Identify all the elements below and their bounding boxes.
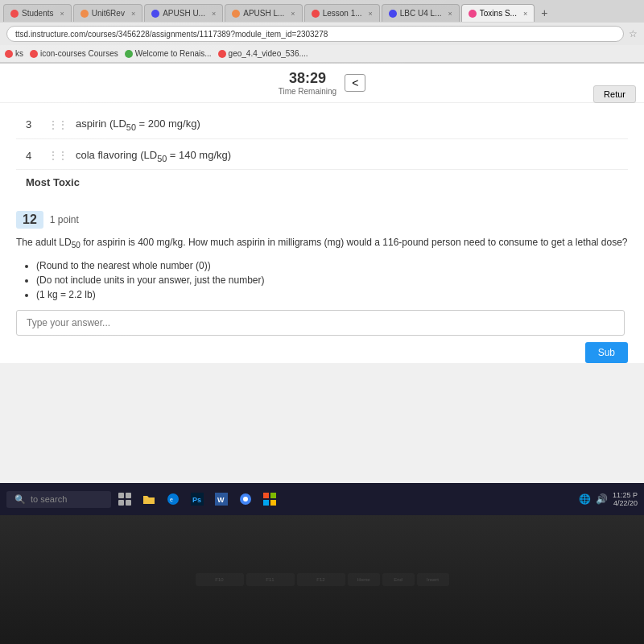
svg-text:e: e xyxy=(170,497,173,502)
taskbar-browser-button[interactable]: e xyxy=(163,489,184,510)
tab-close-apush-u[interactable]: × xyxy=(212,10,216,18)
key-f10: F10 xyxy=(196,573,244,586)
page-content: 38:29 Time Remaining < Retur 3 ⋮⋮ aspiri… xyxy=(0,64,644,363)
taskbar-word-button[interactable]: W xyxy=(211,489,232,510)
taskbar-chrome-button[interactable] xyxy=(235,489,256,510)
tab-icon-lesson xyxy=(312,10,320,18)
timer-time: 38:29 xyxy=(279,70,336,87)
bookmark-icon-courses[interactable]: icon-courses Courses xyxy=(30,49,118,58)
tray-clock: 11:25 P 4/22/20 xyxy=(613,491,638,507)
svg-rect-13 xyxy=(270,493,276,498)
tab-close-lbc[interactable]: × xyxy=(448,10,452,18)
bookmark-icon-geo xyxy=(218,50,226,58)
tab-icon-unit6rev xyxy=(80,10,89,18)
search-icon: 🔍 xyxy=(14,494,26,505)
tab-apush-l[interactable]: APUSH L... × xyxy=(225,4,302,22)
tab-bar: Students × Unit6Rev × APUSH U... × APUSH… xyxy=(0,0,644,23)
tab-icon-students xyxy=(10,10,19,18)
taskbar-store-button[interactable] xyxy=(259,489,280,510)
tab-icon-lbc xyxy=(389,10,397,18)
svg-rect-15 xyxy=(270,500,276,506)
svg-rect-2 xyxy=(118,500,124,506)
key-home: Home xyxy=(348,573,380,586)
tab-unit6rev[interactable]: Unit6Rev × xyxy=(73,4,142,22)
tab-close-students[interactable]: × xyxy=(60,10,64,18)
tab-lesson[interactable]: Lesson 1... × xyxy=(304,4,380,22)
bookmark-icon-ks xyxy=(5,50,13,58)
timer-bar: 38:29 Time Remaining < Retur xyxy=(0,64,644,103)
keyboard-keys: F10 F11 F12 Home End Insert xyxy=(196,573,449,586)
key-f12: F12 xyxy=(297,573,345,586)
svg-text:W: W xyxy=(217,496,225,504)
return-button[interactable]: Retur xyxy=(593,85,636,103)
tab-students[interactable]: Students × xyxy=(3,4,72,22)
key-end: End xyxy=(382,573,415,586)
taskbar: 🔍 to search e Ps W xyxy=(0,483,644,515)
submit-button[interactable]: Sub xyxy=(585,342,628,363)
bookmark-geo[interactable]: geo_4.4_video_536.... xyxy=(218,49,308,58)
tab-lbc[interactable]: LBC U4 L... × xyxy=(382,4,460,22)
laptop-body: F10 F11 F12 Home End Insert xyxy=(0,515,644,644)
bullet-item-1: (Round to the nearest whole number (0)) xyxy=(36,260,628,271)
new-tab-button[interactable]: + xyxy=(536,4,552,22)
question-text: The adult LD50 for aspirin is 400 mg/kg.… xyxy=(16,235,628,251)
svg-text:Ps: Ps xyxy=(192,496,201,504)
bookmark-ks[interactable]: ks xyxy=(5,49,23,58)
system-tray: 🌐 🔊 11:25 P 4/22/20 xyxy=(579,491,638,507)
taskbar-search-area[interactable]: 🔍 to search xyxy=(6,491,111,508)
item-number-3: 3 xyxy=(26,118,39,130)
svg-rect-0 xyxy=(118,493,124,498)
bookmark-icon-courses-icon xyxy=(30,50,38,58)
key-row-1: F10 F11 F12 Home End Insert xyxy=(196,573,449,586)
item-text-4: cola flavoring (LD50 = 140 mg/kg) xyxy=(76,149,231,163)
bullet-item-3: (1 kg = 2.2 lb) xyxy=(36,289,628,300)
key-f11: F11 xyxy=(246,573,295,586)
svg-point-11 xyxy=(243,497,248,502)
keyboard-area: F10 F11 F12 Home End Insert xyxy=(0,515,644,644)
laptop-screen: Students × Unit6Rev × APUSH U... × APUSH… xyxy=(0,0,644,515)
address-bar-row: ttsd.instructure.com/courses/3456228/ass… xyxy=(0,23,644,45)
item-text-3: aspirin (LD50 = 200 mg/kg) xyxy=(76,118,200,132)
taskbar-taskview-button[interactable] xyxy=(114,489,135,510)
bookmark-star-icon[interactable]: ☆ xyxy=(629,28,638,39)
taskbar-file-explorer-button[interactable] xyxy=(138,489,159,510)
svg-rect-14 xyxy=(263,500,269,506)
question-number: 12 xyxy=(16,211,43,229)
drag-handle-4[interactable]: ⋮⋮ xyxy=(48,150,68,161)
svg-rect-3 xyxy=(126,500,131,506)
question-points: 1 point xyxy=(50,214,79,225)
tab-close-toxins[interactable]: × xyxy=(523,10,527,18)
item-number-4: 4 xyxy=(26,150,39,162)
taskbar-ps-button[interactable]: Ps xyxy=(187,489,208,510)
key-insert: Insert xyxy=(417,573,449,586)
volume-icon: 🔊 xyxy=(596,493,608,505)
address-bar[interactable]: ttsd.instructure.com/courses/3456228/ass… xyxy=(6,26,624,42)
timer-display: 38:29 Time Remaining xyxy=(279,70,336,96)
browser-chrome: Students × Unit6Rev × APUSH U... × APUSH… xyxy=(0,0,644,64)
tab-icon-apush-u xyxy=(151,10,159,18)
drag-item-4[interactable]: 4 ⋮⋮ cola flavoring (LD50 = 140 mg/kg) xyxy=(16,142,628,171)
svg-rect-1 xyxy=(126,493,131,498)
bookmark-welcome[interactable]: Welcome to Renais... xyxy=(125,49,212,58)
tab-toxins[interactable]: Toxins S... × xyxy=(461,4,535,22)
bookmarks-bar: ks icon-courses Courses Welcome to Renai… xyxy=(0,45,644,63)
svg-rect-12 xyxy=(263,493,269,498)
drag-item-3[interactable]: 3 ⋮⋮ aspirin (LD50 = 200 mg/kg) xyxy=(16,111,628,139)
bullet-item-2: (Do not include units in your answer, ju… xyxy=(36,275,628,286)
most-toxic-label: Most Toxic xyxy=(16,173,628,195)
drag-handle-3[interactable]: ⋮⋮ xyxy=(48,119,68,130)
tab-close-unit6rev[interactable]: × xyxy=(131,10,135,18)
question-header: 12 1 point xyxy=(16,211,628,229)
question-12-section: 12 1 point The adult LD50 for aspirin is… xyxy=(0,203,644,349)
tab-apush-u[interactable]: APUSH U... × xyxy=(144,4,223,22)
tab-close-lesson[interactable]: × xyxy=(369,10,373,18)
quiz-content: 3 ⋮⋮ aspirin (LD50 = 200 mg/kg) 4 ⋮⋮ col… xyxy=(0,103,644,203)
bullet-list: (Round to the nearest whole number (0)) … xyxy=(16,260,628,300)
network-icon: 🌐 xyxy=(579,493,591,505)
timer-label: Time Remaining xyxy=(279,87,336,96)
tab-icon-apush-l xyxy=(232,10,240,18)
tab-close-apush-l[interactable]: × xyxy=(291,10,295,18)
answer-input[interactable] xyxy=(16,310,625,336)
bookmark-icon-welcome xyxy=(125,50,133,58)
timer-collapse-button[interactable]: < xyxy=(345,74,365,92)
